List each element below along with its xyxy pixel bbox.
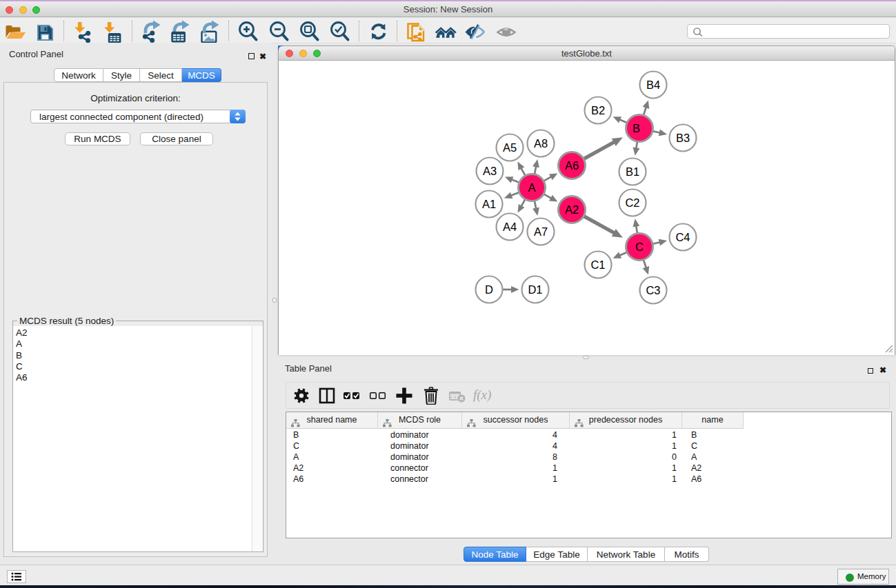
svg-text:D1: D1 [528,283,542,296]
svg-text:B3: B3 [676,132,690,144]
svg-text:B: B [633,122,640,134]
svg-text:A: A [528,181,535,194]
svg-text:C: C [635,241,644,253]
svg-text:A1: A1 [482,198,496,210]
svg-text:B2: B2 [591,104,605,116]
svg-text:A3: A3 [483,165,497,177]
svg-text:C2: C2 [625,196,639,209]
svg-text:A5: A5 [503,141,517,154]
svg-text:C1: C1 [590,258,605,271]
svg-text:A7: A7 [534,225,548,238]
svg-text:A8: A8 [534,137,548,150]
svg-text:A2: A2 [565,203,579,216]
svg-text:A4: A4 [503,221,517,233]
svg-text:C3: C3 [646,284,660,296]
svg-text:B1: B1 [626,165,639,178]
svg-text:C4: C4 [675,231,690,243]
svg-text:A6: A6 [565,159,579,172]
svg-text:D: D [485,283,493,296]
svg-text:B4: B4 [646,79,660,91]
